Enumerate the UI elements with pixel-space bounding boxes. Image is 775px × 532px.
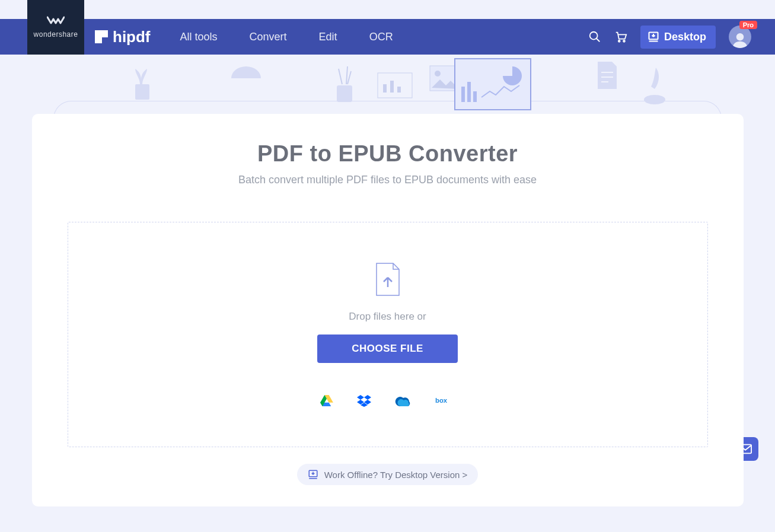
top-spacer (0, 0, 775, 19)
offline-link-label: Work Offline? Try Desktop Version > (324, 470, 468, 480)
nav-convert[interactable]: Convert (250, 31, 287, 43)
hipdf-logo-icon (95, 30, 108, 43)
desktop-button[interactable]: Desktop (640, 26, 716, 49)
google-drive-icon[interactable] (320, 395, 333, 407)
page-subtitle: Batch convert multiple PDF files to EPUB… (68, 174, 708, 186)
svg-rect-11 (397, 87, 401, 93)
search-icon[interactable] (588, 30, 601, 43)
svg-line-1 (597, 39, 600, 42)
onedrive-icon[interactable] (395, 396, 412, 406)
page-title: PDF to EPUB Converter (68, 141, 708, 167)
svg-point-21 (644, 95, 665, 104)
svg-rect-8 (378, 73, 412, 98)
header-right: Desktop Pro (588, 26, 751, 49)
svg-rect-16 (467, 82, 471, 102)
upload-file-icon (373, 262, 403, 299)
svg-rect-10 (390, 81, 394, 93)
product-name: hipdf (113, 28, 151, 46)
main-nav: All tools Convert Edit OCR (180, 31, 393, 43)
download-icon (648, 31, 659, 43)
svg-point-2 (618, 40, 620, 42)
svg-point-0 (590, 32, 598, 40)
decorative-illustration-strip (0, 55, 775, 114)
app-header: wondershare hipdf All tools Convert Edit… (0, 19, 775, 55)
dropbox-icon[interactable] (357, 395, 371, 407)
svg-rect-7 (337, 85, 352, 102)
nav-ocr[interactable]: OCR (369, 31, 393, 43)
account-avatar[interactable]: Pro (729, 26, 751, 48)
svg-point-3 (623, 40, 625, 42)
company-name: wondershare (34, 30, 78, 39)
choose-file-button[interactable]: CHOOSE FILE (317, 335, 458, 363)
download-icon (308, 469, 318, 480)
drop-hint-text: Drop files here or (349, 311, 426, 323)
svg-text:box: box (435, 397, 448, 404)
nav-all-tools[interactable]: All tools (180, 31, 218, 43)
svg-rect-9 (383, 84, 387, 93)
svg-rect-17 (473, 91, 477, 102)
svg-rect-15 (461, 87, 465, 102)
svg-point-5 (736, 33, 744, 41)
box-icon[interactable]: box (435, 396, 455, 406)
company-brand-block[interactable]: wondershare (27, 0, 84, 55)
offline-desktop-link[interactable]: Work Offline? Try Desktop Version > (297, 464, 479, 485)
nav-edit[interactable]: Edit (319, 31, 337, 43)
svg-rect-14 (455, 59, 531, 110)
cart-icon[interactable] (614, 30, 627, 43)
product-logo[interactable]: hipdf (95, 28, 151, 46)
svg-rect-6 (135, 84, 149, 100)
desktop-button-label: Desktop (664, 31, 706, 43)
svg-point-13 (435, 71, 441, 77)
file-dropzone[interactable]: Drop files here or CHOOSE FILE box (68, 222, 708, 447)
pro-badge: Pro (739, 21, 757, 29)
wondershare-icon (47, 16, 65, 28)
converter-card: PDF to EPUB Converter Batch convert mult… (32, 114, 744, 506)
cloud-source-row: box (320, 395, 455, 407)
